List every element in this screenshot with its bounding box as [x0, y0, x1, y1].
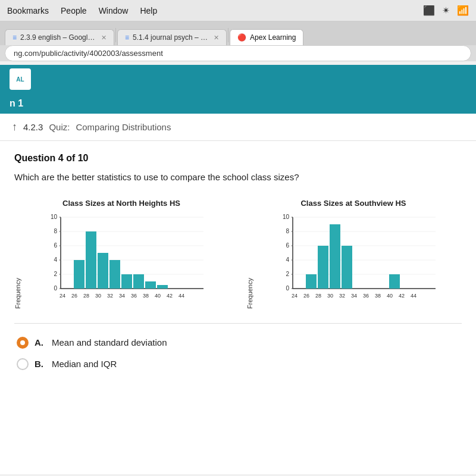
- menubar: Bookmarks People Window Help ⬛ ✴ 📶: [0, 0, 476, 21]
- svg-text:28: 28: [315, 293, 321, 299]
- svg-rect-22: [109, 260, 120, 289]
- tab-docs[interactable]: ≡ 2.3.9 english – Google Docs ✕: [5, 29, 114, 45]
- svg-text:32: 32: [107, 293, 113, 299]
- bluetooth-icon: ✴: [442, 5, 450, 16]
- tab-apex[interactable]: 🔴 Apex Learning: [230, 29, 303, 45]
- svg-text:28: 28: [83, 293, 89, 299]
- svg-text:0: 0: [54, 285, 57, 292]
- page-content: AL n 1 ↑ 4.2.3 Quiz: Comparing Distribut…: [0, 65, 476, 474]
- svg-text:36: 36: [131, 293, 137, 299]
- svg-text:30: 30: [327, 293, 333, 299]
- svg-text:34: 34: [351, 293, 357, 299]
- chart-north-inner: 0 2 4 6 8 10: [24, 211, 228, 309]
- quiz-title: Comparing Distributions: [76, 122, 171, 132]
- chart-south-inner: 0 2 4 6 8 10: [256, 211, 461, 309]
- svg-text:34: 34: [119, 293, 125, 299]
- svg-rect-61: [389, 274, 400, 289]
- chart-north-ylabel: Frequency: [14, 278, 21, 309]
- docs-icon-1: ≡: [12, 33, 17, 42]
- svg-text:30: 30: [95, 293, 101, 299]
- svg-text:40: 40: [155, 293, 161, 299]
- tab-psych[interactable]: ≡ 5.1.4 journal psych – Google ✕: [117, 29, 227, 45]
- quiz-nav-icon[interactable]: ↑: [12, 121, 17, 133]
- svg-text:4: 4: [54, 256, 57, 263]
- apex-header: AL: [0, 65, 476, 93]
- tab-divider-2: [228, 28, 228, 42]
- menu-window[interactable]: Window: [99, 6, 129, 15]
- chart-north-title: Class Sizes at North Heights HS: [14, 199, 228, 208]
- chart-south: Class Sizes at Southview HS Frequency 0 …: [246, 199, 461, 309]
- answer-a-label: A.: [35, 337, 43, 347]
- tab-docs-close[interactable]: ✕: [101, 34, 107, 42]
- chart-north: Class Sizes at North Heights HS Frequenc…: [14, 199, 228, 309]
- svg-text:4: 4: [286, 256, 289, 263]
- chart-south-svg: 0 2 4 6 8 10: [256, 211, 461, 306]
- svg-text:6: 6: [54, 242, 57, 249]
- svg-text:10: 10: [51, 214, 58, 220]
- svg-text:24: 24: [292, 293, 298, 299]
- svg-text:40: 40: [387, 293, 393, 299]
- divider: [14, 323, 462, 324]
- menu-people[interactable]: People: [61, 6, 87, 15]
- svg-text:8: 8: [286, 228, 289, 234]
- tab-apex-label: Apex Learning: [250, 33, 296, 42]
- svg-text:38: 38: [143, 293, 149, 299]
- quiz-type: Quiz:: [49, 122, 70, 132]
- screen-icon: ⬛: [423, 5, 435, 16]
- menubar-right-icons: ⬛ ✴ 📶: [423, 5, 469, 16]
- svg-rect-57: [306, 274, 317, 289]
- apex-icon-tab: 🔴: [237, 33, 246, 42]
- svg-rect-24: [133, 274, 144, 289]
- chart-north-area: Frequency 0 2 4 6 8 10: [14, 211, 228, 309]
- svg-text:2: 2: [54, 271, 57, 277]
- svg-rect-19: [74, 260, 84, 289]
- chart-south-ylabel: Frequency: [246, 278, 253, 309]
- quiz-header: ↑ 4.2.3 Quiz: Comparing Distributions: [0, 114, 476, 141]
- tab-bar: ≡ 2.3.9 english – Google Docs ✕ ≡ 5.1.4 …: [0, 21, 476, 45]
- svg-text:0: 0: [286, 285, 289, 292]
- menu-bookmarks[interactable]: Bookmarks: [7, 6, 49, 15]
- address-bar[interactable]: ng.com/public/activity/4002003/assessmen…: [5, 45, 471, 61]
- browser-chrome: ≡ 2.3.9 english – Google Docs ✕ ≡ 5.1.4 …: [0, 21, 476, 61]
- svg-text:36: 36: [363, 293, 369, 299]
- svg-text:44: 44: [178, 293, 184, 299]
- svg-text:8: 8: [54, 228, 57, 234]
- svg-rect-25: [145, 281, 156, 289]
- answer-b-label: B.: [35, 359, 43, 369]
- tab-divider-1: [115, 28, 116, 42]
- svg-text:42: 42: [167, 293, 173, 299]
- question-number: Question 4 of 10: [14, 153, 462, 164]
- svg-text:44: 44: [411, 293, 416, 299]
- menu-help[interactable]: Help: [140, 6, 157, 15]
- svg-text:32: 32: [339, 293, 345, 299]
- answer-options: A. Mean and standard deviation B. Median…: [14, 332, 462, 375]
- answer-a-text: Mean and standard deviation: [52, 337, 167, 347]
- radio-a[interactable]: [17, 337, 29, 349]
- quiz-number: 4.2.3: [23, 122, 43, 132]
- svg-text:6: 6: [286, 242, 289, 249]
- answer-option-b[interactable]: B. Median and IQR: [14, 353, 462, 375]
- svg-text:10: 10: [283, 214, 290, 220]
- answer-b-text: Median and IQR: [52, 359, 117, 369]
- tab-docs-label: 2.3.9 english – Google Docs: [20, 33, 98, 42]
- radio-a-inner: [20, 340, 25, 345]
- svg-text:42: 42: [399, 293, 405, 299]
- docs-icon-2: ≡: [125, 33, 129, 42]
- svg-rect-21: [98, 253, 108, 289]
- svg-rect-26: [157, 285, 168, 289]
- radio-b[interactable]: [17, 358, 29, 370]
- chart-north-svg: 0 2 4 6 8 10: [24, 211, 228, 306]
- answer-option-a[interactable]: A. Mean and standard deviation: [14, 332, 462, 353]
- svg-rect-23: [121, 274, 132, 289]
- tab-psych-close[interactable]: ✕: [214, 34, 219, 42]
- section-header: n 1: [0, 93, 476, 114]
- wifi-icon: 📶: [457, 5, 469, 16]
- svg-text:2: 2: [286, 271, 289, 277]
- svg-text:26: 26: [71, 293, 77, 299]
- svg-text:24: 24: [60, 293, 65, 299]
- svg-rect-59: [330, 224, 340, 289]
- chart-south-title: Class Sizes at Southview HS: [246, 199, 461, 208]
- question-text: Which are the better statistics to use t…: [14, 171, 462, 184]
- charts-container: Class Sizes at North Heights HS Frequenc…: [14, 199, 462, 309]
- svg-text:38: 38: [375, 293, 381, 299]
